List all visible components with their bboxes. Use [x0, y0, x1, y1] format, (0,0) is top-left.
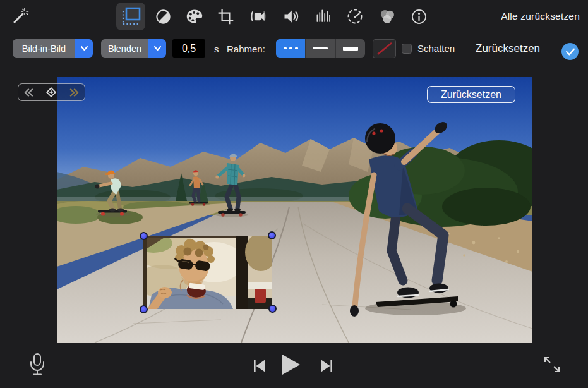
next-frame-button[interactable] [319, 358, 334, 376]
add-keyframe-button[interactable] [40, 84, 63, 100]
shadow-checkbox[interactable] [402, 44, 412, 54]
pip-overlay[interactable] [143, 236, 272, 309]
overlay-settings-button[interactable] [116, 3, 145, 30]
next-keyframe-button[interactable] [63, 84, 85, 100]
shadow-label: Schatten [417, 43, 455, 54]
pip-handle-bottom-right[interactable] [268, 305, 277, 313]
voiceover-mic-button[interactable] [28, 353, 47, 380]
red-diagonal-icon [375, 41, 394, 56]
duration-field[interactable]: 0,5 [172, 39, 205, 58]
enhance-wand-icon[interactable] [11, 6, 29, 27]
speed-icon[interactable] [346, 8, 364, 25]
keyframe-control [18, 83, 85, 101]
color-balance-icon[interactable] [154, 8, 172, 25]
previous-frame-button[interactable] [252, 358, 267, 376]
border-dashed-button[interactable] [276, 39, 306, 58]
apply-button[interactable] [561, 43, 579, 60]
overlay-settings-icon [120, 6, 141, 27]
viewer-reset-button[interactable]: Zurücksetzen [427, 86, 515, 103]
pip-content [143, 236, 272, 309]
previous-frame-icon [252, 358, 267, 373]
transition-value: Blenden [101, 39, 148, 58]
transition-popup[interactable]: Blenden [101, 39, 166, 58]
border-label: Rahmen: [227, 44, 265, 54]
overlay-type-value: Bild-in-Bild [13, 39, 75, 58]
fullscreen-expand-icon [542, 355, 562, 375]
chevron-down-icon [75, 39, 93, 58]
border-color-button[interactable] [373, 39, 396, 58]
volume-icon[interactable] [282, 8, 300, 25]
pip-handle-bottom-left[interactable] [140, 305, 148, 313]
color-correction-icon[interactable] [378, 8, 396, 25]
border-style-segmented [276, 39, 365, 58]
noise-equalizer-icon[interactable] [315, 8, 332, 25]
crop-icon[interactable] [217, 8, 234, 25]
pip-handle-top-left[interactable] [140, 232, 148, 240]
reset-button[interactable]: Zurücksetzen [476, 42, 540, 55]
border-thick-button[interactable] [336, 39, 365, 58]
double-chevron-left-icon [24, 88, 34, 97]
chevron-down-icon [148, 39, 166, 58]
color-palette-icon[interactable] [186, 8, 203, 25]
keyframe-diamond-icon [45, 87, 57, 98]
checkmark-icon [565, 47, 575, 56]
next-frame-icon [319, 358, 334, 373]
video-canvas [57, 77, 532, 343]
double-chevron-right-icon [69, 88, 79, 97]
overlay-type-popup[interactable]: Bild-in-Bild [13, 39, 93, 58]
info-icon[interactable] [410, 8, 428, 25]
stabilization-icon[interactable] [249, 8, 267, 25]
previous-keyframe-button[interactable] [18, 84, 40, 100]
pip-handle-top-right[interactable] [268, 231, 276, 239]
fullscreen-button[interactable] [542, 355, 562, 377]
play-icon [282, 354, 301, 375]
duration-unit: s [214, 44, 219, 54]
microphone-icon [28, 353, 47, 378]
reset-all-button[interactable]: Alle zurücksetzen [501, 11, 580, 22]
play-button[interactable] [282, 354, 301, 378]
border-thin-button[interactable] [306, 39, 335, 58]
